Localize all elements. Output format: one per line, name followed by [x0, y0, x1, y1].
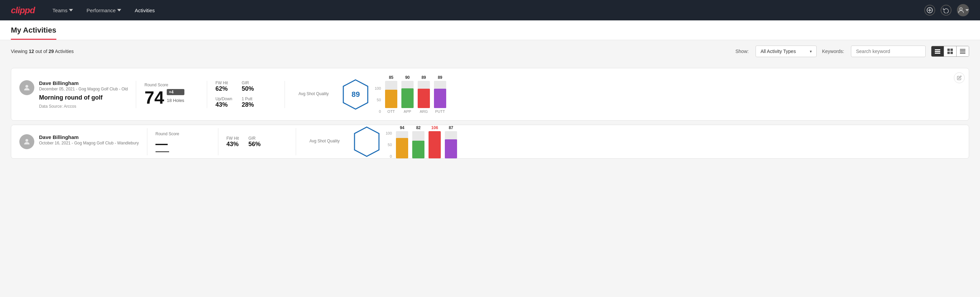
- stat-col-right: GIR 50% 1 Putt 28%: [242, 81, 254, 109]
- activities-list: Dave Billingham December 05, 2021 - Gog …: [0, 62, 980, 164]
- view-toggle: [931, 46, 969, 57]
- hex-score: 89: [352, 90, 360, 99]
- fw-hit-label: FW Hit: [215, 81, 232, 85]
- card-left: Dave Billingham October 16, 2021 - Gog M…: [19, 134, 139, 149]
- score-value: —: [156, 137, 169, 152]
- card-divider: [218, 128, 218, 155]
- avatar: [19, 134, 34, 149]
- card-round-score: Round Score —: [156, 131, 210, 152]
- one-putt-value: 28%: [242, 101, 254, 109]
- page-title: My Activities: [11, 26, 56, 40]
- card-data-source: Data Source: Arccos: [39, 104, 128, 109]
- score-row: —: [156, 137, 210, 152]
- bar-2: 82: [412, 125, 425, 158]
- grid-icon: [947, 49, 953, 54]
- card-user-name: Dave Billingham: [39, 134, 139, 140]
- bar-ott-label: OTT: [387, 109, 395, 113]
- bar-ott: 85 OTT: [385, 75, 397, 113]
- chart-container: 100 50 0 94 82: [386, 125, 457, 158]
- bar-putt-value: 89: [438, 75, 442, 80]
- card-left: Dave Billingham December 05, 2021 - Gog …: [19, 80, 128, 109]
- bars: 85 OTT 90 APP: [382, 75, 446, 113]
- nav-activities[interactable]: Activities: [134, 5, 156, 16]
- search-input[interactable]: [851, 46, 926, 57]
- svg-point-17: [25, 139, 28, 142]
- shot-quality-section: 100 50 0 94 82: [353, 125, 961, 158]
- avg-shot-quality-label: Avg Shot Quality: [304, 139, 345, 144]
- bar-ott-value: 85: [389, 75, 393, 80]
- refresh-button[interactable]: [940, 5, 951, 16]
- stat-col-right: GIR 56%: [248, 136, 261, 148]
- activity-type-select[interactable]: All Activity Types: [756, 46, 817, 57]
- show-label: Show:: [735, 49, 749, 54]
- bar-putt-label: PUTT: [435, 109, 445, 113]
- bar-putt: 89 PUTT: [434, 75, 446, 113]
- nav-performance[interactable]: Performance: [85, 5, 123, 16]
- view-grid-button[interactable]: [944, 46, 956, 56]
- card-user-info: Dave Billingham December 05, 2021 - Gog …: [39, 80, 128, 109]
- bar-arg-label: ARG: [420, 109, 428, 113]
- card-user-info: Dave Billingham October 16, 2021 - Gog M…: [39, 134, 139, 148]
- card-user-name: Dave Billingham: [39, 80, 128, 86]
- page-header: My Activities: [0, 21, 980, 40]
- list-rows-icon: [935, 49, 940, 54]
- add-button[interactable]: [924, 5, 935, 16]
- svg-rect-8: [950, 49, 953, 51]
- activity-card: Dave Billingham October 16, 2021 - Gog M…: [11, 125, 969, 159]
- bar-arg-fill: [418, 89, 430, 108]
- user-icon: [957, 6, 965, 14]
- updown-value: 43%: [215, 101, 232, 109]
- gir-value: 50%: [242, 85, 254, 93]
- hexagon-container: [353, 126, 380, 157]
- bar-putt-bg: [434, 81, 446, 108]
- card-date: December 05, 2021 - Gog Magog Golf Club …: [39, 87, 128, 91]
- fw-hit-label: FW Hit: [226, 136, 239, 141]
- activity-card: Dave Billingham December 05, 2021 - Gog …: [11, 68, 969, 121]
- avatar[interactable]: [957, 4, 969, 16]
- fw-hit-stat: FW Hit 43%: [226, 136, 239, 148]
- chevron-down-icon: [966, 8, 969, 12]
- refresh-icon: [943, 7, 949, 13]
- hexagon-svg: [353, 126, 380, 157]
- nav-teams[interactable]: Teams: [51, 5, 74, 16]
- fw-hit-value: 62%: [215, 85, 232, 93]
- avg-shot-quality-label: Avg Shot Quality: [293, 91, 334, 96]
- bar-arg: 89 ARG: [418, 75, 430, 113]
- chevron-down-icon: [117, 8, 121, 12]
- card-stats: FW Hit 43% GIR 56%: [226, 136, 288, 148]
- score-holes: 18 Holes: [167, 98, 184, 103]
- updown-label: Up/Down: [215, 96, 232, 101]
- bar-app-label: APP: [404, 109, 411, 113]
- svg-rect-5: [935, 51, 940, 52]
- card-activity-title: Morning round of golf: [39, 94, 128, 101]
- svg-rect-13: [960, 52, 966, 52]
- view-list-button[interactable]: [931, 46, 944, 56]
- svg-rect-11: [960, 49, 966, 50]
- navbar: clippd Teams Performance Activities: [0, 0, 980, 21]
- round-score-label: Round Score: [156, 131, 210, 136]
- card-date: October 16, 2021 - Gog Magog Golf Club -…: [39, 141, 139, 145]
- round-score-label: Round Score: [144, 83, 199, 87]
- chart-y-labels: 100 50 0: [375, 86, 382, 113]
- score-badge: +4: [167, 89, 184, 95]
- stat-col-left: FW Hit 43%: [226, 136, 239, 148]
- bar-ott-bg: [385, 81, 397, 108]
- activity-type-select-wrapper: All Activity Types: [756, 46, 817, 57]
- bar-putt-fill: [434, 89, 446, 108]
- gir-label: GIR: [248, 136, 261, 141]
- svg-rect-4: [935, 49, 940, 50]
- avatar: [19, 80, 34, 95]
- bar-app-bg: [401, 81, 414, 108]
- card-divider: [285, 81, 285, 108]
- card-shot-quality: Avg Shot Quality 100 50 0 94: [304, 125, 961, 158]
- view-compact-button[interactable]: [956, 46, 969, 56]
- plus-circle-icon: [927, 7, 933, 13]
- logo[interactable]: clippd: [11, 5, 35, 16]
- user-avatar-icon: [23, 137, 31, 146]
- fw-hit-value: 43%: [226, 141, 239, 148]
- svg-point-15: [25, 85, 28, 88]
- bar-ott-fill: [385, 90, 397, 108]
- bar-4: 87: [445, 125, 457, 158]
- bar-3: 106: [428, 125, 441, 158]
- edit-button[interactable]: [954, 72, 965, 83]
